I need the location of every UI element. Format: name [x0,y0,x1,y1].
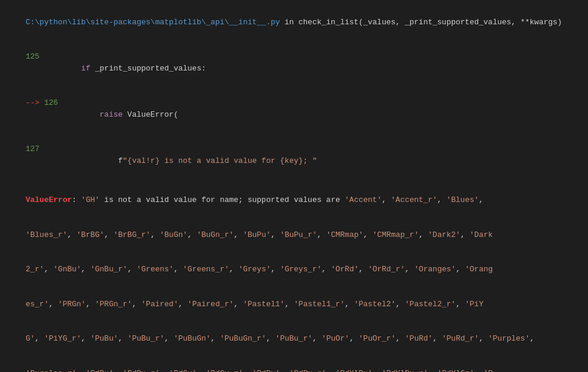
keyword-raise: raise [100,110,123,119]
error-line-5: G', 'PiYG_r', 'PuBu', 'PuBu_r', 'PuBuGn'… [7,322,581,357]
error-line-6: 'Purples_r', 'RdBu', 'RdBu_r', 'RdGy', '… [7,356,581,372]
keyword-if: if [81,64,91,73]
error-line-2: 'Blues_r', 'BrBG', 'BrBG_r', 'BuGn', 'Bu… [7,217,581,252]
arrow-indicator: --> [25,98,39,107]
val-accent: 'Accent' [345,195,382,204]
code-line-125: 125 if _print_supported_values: [7,40,581,86]
format-string: "{val!r} is not a valid value for {key};… [123,156,317,165]
error-gh-value: 'GH' [81,195,100,204]
code-line-126: --> 126 raise ValueError( [7,86,581,132]
filepath-text: C:\python\lib\site-packages\matplotlib\_… [25,18,280,27]
filepath-line: C:\python\lib\site-packages\matplotlib\_… [7,5,581,40]
error-line-4: es_r', 'PRGn', 'PRGn_r', 'Paired', 'Pair… [7,287,581,322]
terminal-output: C:\python\lib\site-packages\matplotlib\_… [0,0,588,372]
line-num-125: 125 [25,52,39,61]
line-num-126: 126 [44,98,57,107]
filepath-context: in check_in_list(_values, _print_support… [280,18,562,27]
error-line-3: 2_r', 'GnBu', 'GnBu_r', 'Greens', 'Green… [7,252,581,287]
greys-value: 'Greys' [238,265,271,274]
line-num-127: 127 [25,145,39,153]
error-block: ValueError: 'GH' is not a valid value fo… [7,183,581,218]
code-line-127: 127 f"{val!r} is not a valid value for {… [7,132,581,178]
paired-value: 'Paired' [141,300,178,309]
error-type-label: ValueError [25,195,72,204]
